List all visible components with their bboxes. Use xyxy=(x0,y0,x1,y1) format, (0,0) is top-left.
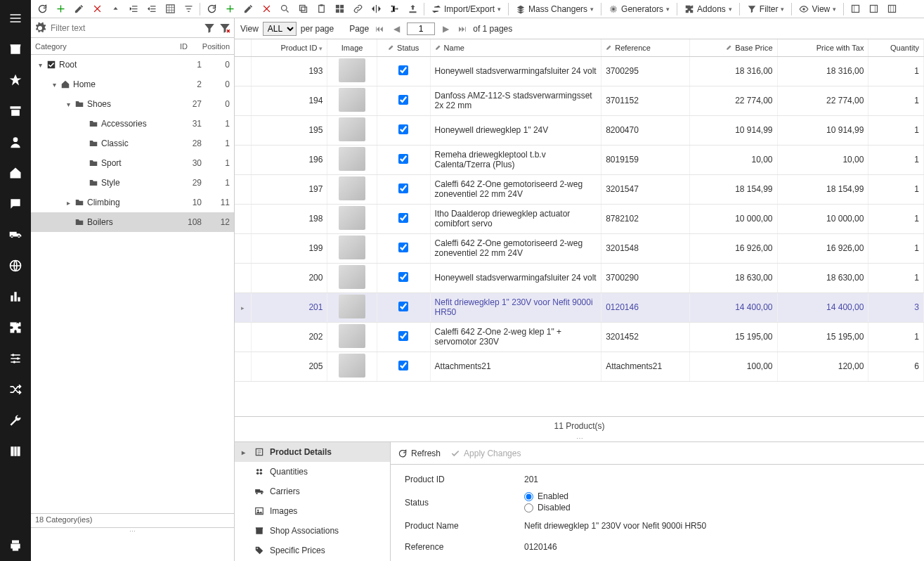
nav-sliders[interactable] xyxy=(0,343,31,374)
tree-item-accessories[interactable]: Accessories311 xyxy=(31,114,234,134)
tree-item-climbing[interactable]: ▸Climbing1011 xyxy=(31,193,234,212)
tb-compare-icon[interactable] xyxy=(367,1,384,18)
tb-col1-icon[interactable] xyxy=(847,1,864,18)
nav-wrench[interactable] xyxy=(0,405,31,436)
nav-chat[interactable] xyxy=(0,188,31,219)
col-qty[interactable]: Quantity xyxy=(868,39,924,56)
tb-plus-icon[interactable] xyxy=(52,1,69,18)
tb-tree-icon[interactable] xyxy=(386,1,403,18)
table-row[interactable]: 193Honeywell stadsverwarmingafsluiter 24… xyxy=(235,56,924,86)
tb-search-icon[interactable] xyxy=(276,1,293,18)
nav-store[interactable] xyxy=(0,34,31,65)
detail-tab-images[interactable]: Images xyxy=(235,501,390,521)
tb-outdent-icon[interactable] xyxy=(143,1,160,18)
menu-view[interactable]: View▾ xyxy=(795,3,840,15)
menu-addons[interactable]: Addons▾ xyxy=(680,3,736,15)
table-row[interactable]: 202Caleffi 642 Z-One 2-weg klep 1" + ser… xyxy=(235,322,924,352)
nav-columns[interactable] xyxy=(0,436,31,467)
status-checkbox[interactable] xyxy=(398,331,408,341)
tb-refresh-icon[interactable] xyxy=(203,1,220,18)
table-row[interactable]: 205Attachments21Attachments21100,00120,0… xyxy=(235,352,924,381)
tree-header-category[interactable]: Category xyxy=(35,42,160,51)
nav-chart[interactable] xyxy=(0,281,31,312)
filter-input[interactable] xyxy=(49,22,200,34)
menu-import-export[interactable]: Import/Export▾ xyxy=(427,3,505,15)
nav-star[interactable] xyxy=(0,65,31,96)
col-ref[interactable]: Reference xyxy=(601,39,690,56)
next-page-button[interactable]: ▶ xyxy=(439,22,452,35)
tb-col2-icon[interactable] xyxy=(865,1,882,18)
tree-toggle[interactable]: ▾ xyxy=(63,101,73,108)
tb-grid-icon[interactable] xyxy=(331,1,348,18)
apply-changes-button[interactable]: Apply Changes xyxy=(450,449,521,458)
tb-delete-icon[interactable] xyxy=(258,1,275,18)
tree-item-boilers[interactable]: Boilers10812 xyxy=(31,212,234,232)
nav-archive[interactable] xyxy=(0,96,31,127)
tree-toggle[interactable]: ▾ xyxy=(49,81,59,89)
table-row[interactable]: ▸201Nefit driewegklep 1" 230V voor Nefit… xyxy=(235,292,924,322)
menu-generators[interactable]: Generators▾ xyxy=(604,3,674,15)
table-row[interactable]: 194Danfoss AMZ-112-S stadsverwarmingsset… xyxy=(235,86,924,115)
status-checkbox[interactable] xyxy=(398,154,408,164)
tree-item-root[interactable]: ▾Root10 xyxy=(31,55,234,75)
tb-table-icon[interactable] xyxy=(162,1,178,18)
status-checkbox[interactable] xyxy=(398,183,408,193)
col-base[interactable]: Base Price xyxy=(690,39,777,56)
table-row[interactable]: 195Honeywell driewegklep 1" 24V820047010… xyxy=(235,115,924,145)
status-disabled-radio[interactable] xyxy=(524,503,533,512)
first-page-button[interactable]: ⏮ xyxy=(373,22,386,35)
status-checkbox[interactable] xyxy=(398,361,408,370)
detail-tab-product-details[interactable]: ▸Product Details xyxy=(235,442,390,462)
nav-puzzle[interactable] xyxy=(0,312,31,343)
tb-paste-icon[interactable] xyxy=(313,1,330,18)
col-name[interactable]: Name xyxy=(430,39,601,56)
status-checkbox[interactable] xyxy=(398,213,408,223)
status-checkbox[interactable] xyxy=(398,302,408,311)
tb-sort-up-icon[interactable] xyxy=(107,1,124,18)
table-row[interactable]: 196Remeha driewegkleptool t.b.v Calenta/… xyxy=(235,145,924,174)
tb-plus-icon[interactable] xyxy=(221,1,238,18)
view-select[interactable]: ALL xyxy=(263,22,297,36)
gear-icon[interactable] xyxy=(34,22,46,34)
table-row[interactable]: 199Caleffi 642 Z-One gemotoriseerd 2-weg… xyxy=(235,233,924,263)
tb-edit-icon[interactable] xyxy=(240,1,256,18)
table-row[interactable]: 197Caleffi 642 Z-One gemotoriseerd 2-weg… xyxy=(235,174,924,204)
last-page-button[interactable]: ⏭ xyxy=(456,22,469,35)
status-checkbox[interactable] xyxy=(398,243,408,252)
tb-copy-icon[interactable] xyxy=(294,1,311,18)
tb-filter-list-icon[interactable] xyxy=(180,1,197,18)
tree-toggle[interactable]: ▾ xyxy=(35,61,45,69)
status-checkbox[interactable] xyxy=(398,65,408,75)
col-tax[interactable]: Price with Tax xyxy=(777,39,868,56)
tree-header-position[interactable]: Position xyxy=(188,42,230,51)
nav-truck[interactable] xyxy=(0,219,31,250)
status-checkbox[interactable] xyxy=(398,272,408,282)
tree-item-home[interactable]: ▾Home20 xyxy=(31,75,234,94)
status-checkbox[interactable] xyxy=(398,124,408,134)
nav-print[interactable] xyxy=(0,530,31,561)
detail-resize-handle[interactable]: ⋯ xyxy=(235,434,924,441)
detail-tab-quantities[interactable]: Quantities xyxy=(235,462,390,482)
refresh-button[interactable]: Refresh xyxy=(398,449,441,458)
tb-delete-icon[interactable] xyxy=(89,1,105,18)
nav-menu[interactable] xyxy=(0,3,31,34)
nav-home[interactable] xyxy=(0,157,31,188)
menu-mass-changers[interactable]: Mass Changers▾ xyxy=(512,3,598,15)
tb-col3-icon[interactable] xyxy=(883,1,900,18)
tb-edit-icon[interactable] xyxy=(70,1,87,18)
detail-tab-carriers[interactable]: Carriers xyxy=(235,482,390,501)
tb-export-icon[interactable] xyxy=(404,1,421,18)
tree-item-classic[interactable]: Classic281 xyxy=(31,134,234,153)
clear-filter-icon[interactable] xyxy=(219,22,231,34)
tree-toggle[interactable]: ▸ xyxy=(63,199,73,207)
status-enabled-radio[interactable] xyxy=(524,492,533,501)
tb-link-icon[interactable] xyxy=(349,1,366,18)
nav-shuffle[interactable] xyxy=(0,374,31,405)
col-handle[interactable] xyxy=(235,39,252,56)
funnel-icon[interactable] xyxy=(203,22,216,34)
prev-page-button[interactable]: ◀ xyxy=(390,22,403,35)
status-checkbox[interactable] xyxy=(398,95,408,105)
col-pid[interactable]: Product ID ▾ xyxy=(252,39,327,56)
nav-globe[interactable] xyxy=(0,250,31,281)
tree-item-sport[interactable]: Sport301 xyxy=(31,153,234,173)
